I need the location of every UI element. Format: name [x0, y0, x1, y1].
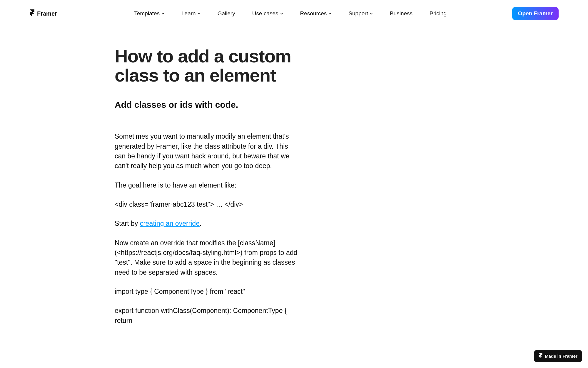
- nav-label: Business: [390, 10, 412, 17]
- creating-override-link[interactable]: creating an override: [140, 220, 200, 227]
- code-line: import type { ComponentType } from "reac…: [115, 287, 298, 296]
- made-in-framer-badge[interactable]: Made in Framer: [534, 350, 582, 362]
- chevron-down-icon: [328, 12, 331, 15]
- chevron-down-icon: [161, 12, 164, 15]
- chevron-down-icon: [280, 12, 283, 15]
- nav-label: Gallery: [218, 10, 235, 17]
- nav-label: Pricing: [430, 10, 447, 17]
- article-content: How to add a custom class to an element …: [0, 20, 588, 326]
- nav-gallery[interactable]: Gallery: [218, 10, 235, 17]
- framer-logo-icon: [29, 9, 35, 18]
- nav-pricing[interactable]: Pricing: [430, 10, 447, 17]
- top-nav: Framer Templates Learn Gallery Use cases…: [0, 0, 588, 20]
- nav-label: Resources: [300, 10, 327, 17]
- nav-business[interactable]: Business: [390, 10, 412, 17]
- framer-logo-icon: [539, 353, 542, 359]
- code-example: <div class="framer-abc123 test"> … </div…: [115, 200, 298, 209]
- paragraph: Now create an override that modifies the…: [115, 238, 298, 277]
- nav-learn[interactable]: Learn: [181, 10, 201, 17]
- page-title: How to add a custom class to an element: [115, 47, 298, 85]
- paragraph: The goal here is to have an element like…: [115, 180, 298, 190]
- nav-label: Use cases: [252, 10, 278, 17]
- page-subtitle: Add classes or ids with code.: [115, 99, 298, 110]
- nav-use-cases[interactable]: Use cases: [252, 10, 283, 17]
- paragraph: Sometimes you want to manually modify an…: [115, 132, 298, 171]
- code-line: export function withClass(Component): Co…: [115, 306, 298, 326]
- nav-support[interactable]: Support: [348, 10, 373, 17]
- chevron-down-icon: [198, 12, 201, 15]
- nav-label: Learn: [181, 10, 196, 17]
- nav-items: Templates Learn Gallery Use cases Resour…: [72, 10, 509, 17]
- nav-templates[interactable]: Templates: [134, 10, 164, 17]
- nav-label: Support: [348, 10, 368, 17]
- chevron-down-icon: [370, 12, 373, 15]
- badge-label: Made in Framer: [545, 354, 577, 359]
- brand-logo[interactable]: Framer: [29, 9, 57, 18]
- nav-label: Templates: [134, 10, 160, 17]
- text-segment: Start by: [115, 220, 140, 227]
- paragraph: Start by creating an override.: [115, 219, 298, 228]
- text-segment: .: [200, 220, 201, 227]
- brand-name: Framer: [37, 10, 57, 17]
- open-framer-button[interactable]: Open Framer: [512, 7, 559, 20]
- nav-resources[interactable]: Resources: [300, 10, 332, 17]
